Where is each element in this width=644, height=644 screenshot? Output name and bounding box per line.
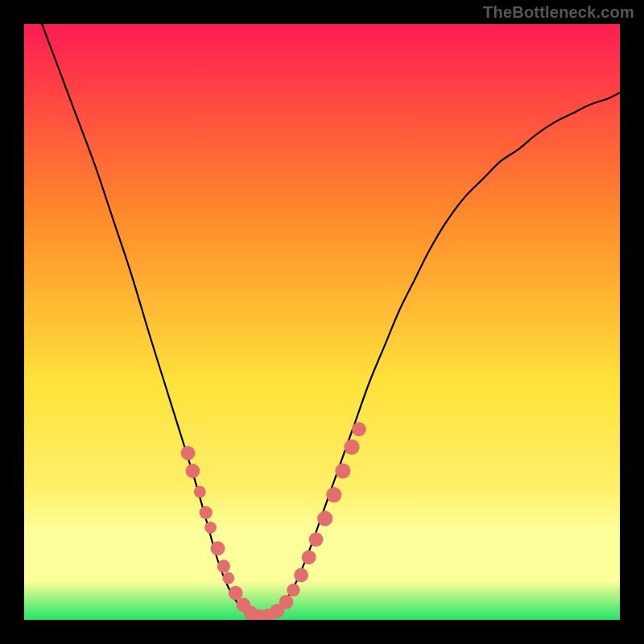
curve-marker bbox=[344, 440, 359, 455]
curve-markers bbox=[181, 422, 366, 620]
curve-marker bbox=[222, 572, 234, 584]
curve-marker bbox=[194, 486, 206, 498]
curve-marker bbox=[200, 506, 213, 519]
curve-marker bbox=[352, 422, 366, 436]
chart-frame: TheBottleneck.com bbox=[0, 0, 644, 644]
curve-marker bbox=[309, 532, 324, 547]
plot-area bbox=[24, 24, 620, 620]
curve-marker bbox=[229, 586, 243, 601]
curve-marker bbox=[204, 522, 217, 534]
curve-marker bbox=[217, 559, 230, 572]
curve-marker bbox=[326, 487, 341, 502]
curve-marker bbox=[294, 568, 308, 583]
curve-marker bbox=[279, 595, 294, 609]
curve-marker bbox=[287, 584, 299, 597]
curve-marker bbox=[211, 541, 225, 555]
chart-overlay bbox=[24, 24, 620, 620]
curve-marker bbox=[186, 464, 200, 478]
source-caption: TheBottleneck.com bbox=[483, 3, 634, 22]
bottleneck-curve bbox=[42, 24, 620, 618]
curve-marker bbox=[181, 446, 196, 460]
curve-marker bbox=[335, 463, 350, 478]
curve-marker bbox=[302, 550, 316, 564]
curve-marker bbox=[317, 511, 332, 526]
